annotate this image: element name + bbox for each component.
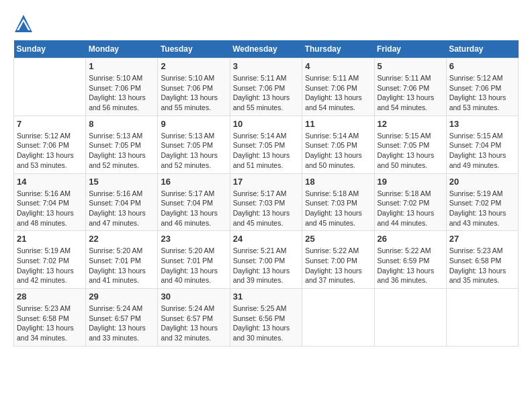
day-number: 26	[378, 234, 443, 244]
day-info: Sunrise: 5:14 AM Sunset: 7:05 PM Dayligh…	[305, 131, 371, 171]
day-info: Sunrise: 5:16 AM Sunset: 7:04 PM Dayligh…	[89, 189, 154, 228]
day-info: Sunrise: 5:21 AM Sunset: 7:00 PM Dayligh…	[233, 246, 300, 285]
calendar-cell: 9Sunrise: 5:13 AM Sunset: 7:05 PM Daylig…	[158, 116, 230, 173]
day-number: 28	[17, 291, 83, 302]
day-number: 10	[233, 119, 300, 129]
calendar-cell: 2Sunrise: 5:10 AM Sunset: 7:06 PM Daylig…	[158, 58, 230, 116]
day-info: Sunrise: 5:16 AM Sunset: 7:04 PM Dayligh…	[17, 189, 83, 228]
day-info: Sunrise: 5:11 AM Sunset: 7:06 PM Dayligh…	[378, 73, 443, 113]
day-of-week-monday: Monday	[86, 40, 158, 58]
calendar-cell: 10Sunrise: 5:14 AM Sunset: 7:05 PM Dayli…	[230, 116, 302, 173]
day-number: 12	[378, 119, 443, 129]
calendar-cell: 28Sunrise: 5:23 AM Sunset: 6:58 PM Dayli…	[14, 289, 86, 347]
day-number: 20	[449, 177, 515, 187]
day-number: 4	[305, 61, 371, 71]
day-number: 16	[161, 177, 226, 187]
day-number: 23	[161, 234, 226, 244]
calendar-cell	[14, 58, 86, 116]
calendar-cell: 17Sunrise: 5:17 AM Sunset: 7:03 PM Dayli…	[230, 173, 302, 231]
day-of-week-sunday: Sunday	[14, 40, 86, 58]
calendar-cell: 7Sunrise: 5:12 AM Sunset: 7:06 PM Daylig…	[14, 116, 86, 173]
calendar-week-row: 7Sunrise: 5:12 AM Sunset: 7:06 PM Daylig…	[14, 116, 519, 173]
calendar-cell: 13Sunrise: 5:15 AM Sunset: 7:04 PM Dayli…	[446, 116, 518, 173]
calendar-header-row: SundayMondayTuesdayWednesdayThursdayFrid…	[14, 40, 519, 58]
day-number: 13	[449, 119, 515, 129]
page-header	[13, 13, 519, 34]
day-number: 24	[233, 234, 300, 244]
calendar-cell: 19Sunrise: 5:18 AM Sunset: 7:02 PM Dayli…	[374, 173, 446, 231]
day-of-week-wednesday: Wednesday	[230, 40, 302, 58]
calendar-cell: 29Sunrise: 5:24 AM Sunset: 6:57 PM Dayli…	[86, 289, 158, 347]
day-number: 22	[89, 234, 154, 244]
day-info: Sunrise: 5:25 AM Sunset: 6:56 PM Dayligh…	[233, 304, 300, 343]
day-number: 31	[233, 291, 300, 302]
day-of-week-tuesday: Tuesday	[158, 40, 230, 58]
logo	[13, 13, 36, 34]
calendar-cell	[302, 289, 374, 347]
calendar-cell: 14Sunrise: 5:16 AM Sunset: 7:04 PM Dayli…	[14, 173, 86, 231]
calendar-cell: 31Sunrise: 5:25 AM Sunset: 6:56 PM Dayli…	[230, 289, 302, 347]
calendar-cell: 23Sunrise: 5:20 AM Sunset: 7:01 PM Dayli…	[158, 231, 230, 289]
day-number: 14	[17, 177, 83, 187]
day-info: Sunrise: 5:23 AM Sunset: 6:58 PM Dayligh…	[17, 304, 83, 343]
calendar-cell: 5Sunrise: 5:11 AM Sunset: 7:06 PM Daylig…	[374, 58, 446, 116]
day-info: Sunrise: 5:11 AM Sunset: 7:06 PM Dayligh…	[305, 73, 371, 113]
calendar-week-row: 28Sunrise: 5:23 AM Sunset: 6:58 PM Dayli…	[14, 289, 519, 347]
calendar-cell: 1Sunrise: 5:10 AM Sunset: 7:06 PM Daylig…	[86, 58, 158, 116]
day-info: Sunrise: 5:14 AM Sunset: 7:05 PM Dayligh…	[233, 131, 300, 171]
day-info: Sunrise: 5:17 AM Sunset: 7:03 PM Dayligh…	[233, 189, 300, 228]
day-of-week-saturday: Saturday	[446, 40, 518, 58]
day-number: 1	[89, 61, 154, 71]
calendar-week-row: 1Sunrise: 5:10 AM Sunset: 7:06 PM Daylig…	[14, 58, 519, 116]
calendar-cell: 20Sunrise: 5:19 AM Sunset: 7:02 PM Dayli…	[446, 173, 518, 231]
calendar-cell	[374, 289, 446, 347]
day-number: 6	[449, 61, 515, 71]
calendar-cell: 21Sunrise: 5:19 AM Sunset: 7:02 PM Dayli…	[14, 231, 86, 289]
day-number: 18	[305, 177, 371, 187]
day-info: Sunrise: 5:20 AM Sunset: 7:01 PM Dayligh…	[161, 246, 226, 285]
day-info: Sunrise: 5:19 AM Sunset: 7:02 PM Dayligh…	[449, 189, 515, 228]
calendar-cell: 6Sunrise: 5:12 AM Sunset: 7:06 PM Daylig…	[446, 58, 518, 116]
calendar-table: SundayMondayTuesdayWednesdayThursdayFrid…	[13, 40, 519, 347]
day-number: 11	[305, 119, 371, 129]
day-info: Sunrise: 5:18 AM Sunset: 7:03 PM Dayligh…	[305, 189, 371, 228]
calendar-cell: 27Sunrise: 5:23 AM Sunset: 6:58 PM Dayli…	[446, 231, 518, 289]
day-number: 15	[89, 177, 154, 187]
calendar-cell: 4Sunrise: 5:11 AM Sunset: 7:06 PM Daylig…	[302, 58, 374, 116]
day-number: 21	[17, 234, 83, 244]
day-number: 30	[161, 291, 226, 302]
day-info: Sunrise: 5:13 AM Sunset: 7:05 PM Dayligh…	[161, 131, 226, 171]
day-info: Sunrise: 5:15 AM Sunset: 7:04 PM Dayligh…	[449, 131, 515, 171]
day-info: Sunrise: 5:11 AM Sunset: 7:06 PM Dayligh…	[233, 73, 300, 113]
calendar-cell: 16Sunrise: 5:17 AM Sunset: 7:04 PM Dayli…	[158, 173, 230, 231]
day-info: Sunrise: 5:10 AM Sunset: 7:06 PM Dayligh…	[161, 73, 226, 113]
day-info: Sunrise: 5:12 AM Sunset: 7:06 PM Dayligh…	[17, 131, 83, 171]
calendar-week-row: 14Sunrise: 5:16 AM Sunset: 7:04 PM Dayli…	[14, 173, 519, 231]
day-info: Sunrise: 5:10 AM Sunset: 7:06 PM Dayligh…	[89, 73, 154, 113]
day-of-week-friday: Friday	[374, 40, 446, 58]
calendar-cell: 26Sunrise: 5:22 AM Sunset: 6:59 PM Dayli…	[374, 231, 446, 289]
calendar-cell: 8Sunrise: 5:13 AM Sunset: 7:05 PM Daylig…	[86, 116, 158, 173]
day-info: Sunrise: 5:12 AM Sunset: 7:06 PM Dayligh…	[449, 73, 515, 113]
calendar-cell: 22Sunrise: 5:20 AM Sunset: 7:01 PM Dayli…	[86, 231, 158, 289]
day-number: 5	[378, 61, 443, 71]
day-number: 8	[89, 119, 154, 129]
calendar-week-row: 21Sunrise: 5:19 AM Sunset: 7:02 PM Dayli…	[14, 231, 519, 289]
day-number: 27	[449, 234, 515, 244]
calendar-cell	[446, 289, 518, 347]
day-number: 7	[17, 119, 83, 129]
day-of-week-thursday: Thursday	[302, 40, 374, 58]
logo-icon	[13, 13, 34, 34]
day-info: Sunrise: 5:23 AM Sunset: 6:58 PM Dayligh…	[449, 246, 515, 285]
calendar-cell: 18Sunrise: 5:18 AM Sunset: 7:03 PM Dayli…	[302, 173, 374, 231]
calendar-cell: 24Sunrise: 5:21 AM Sunset: 7:00 PM Dayli…	[230, 231, 302, 289]
day-number: 17	[233, 177, 300, 187]
calendar-cell: 3Sunrise: 5:11 AM Sunset: 7:06 PM Daylig…	[230, 58, 302, 116]
day-info: Sunrise: 5:13 AM Sunset: 7:05 PM Dayligh…	[89, 131, 154, 171]
day-info: Sunrise: 5:22 AM Sunset: 6:59 PM Dayligh…	[378, 246, 443, 285]
calendar-cell: 30Sunrise: 5:24 AM Sunset: 6:57 PM Dayli…	[158, 289, 230, 347]
day-number: 3	[233, 61, 300, 71]
day-info: Sunrise: 5:20 AM Sunset: 7:01 PM Dayligh…	[89, 246, 154, 285]
day-number: 25	[305, 234, 371, 244]
calendar-cell: 25Sunrise: 5:22 AM Sunset: 7:00 PM Dayli…	[302, 231, 374, 289]
